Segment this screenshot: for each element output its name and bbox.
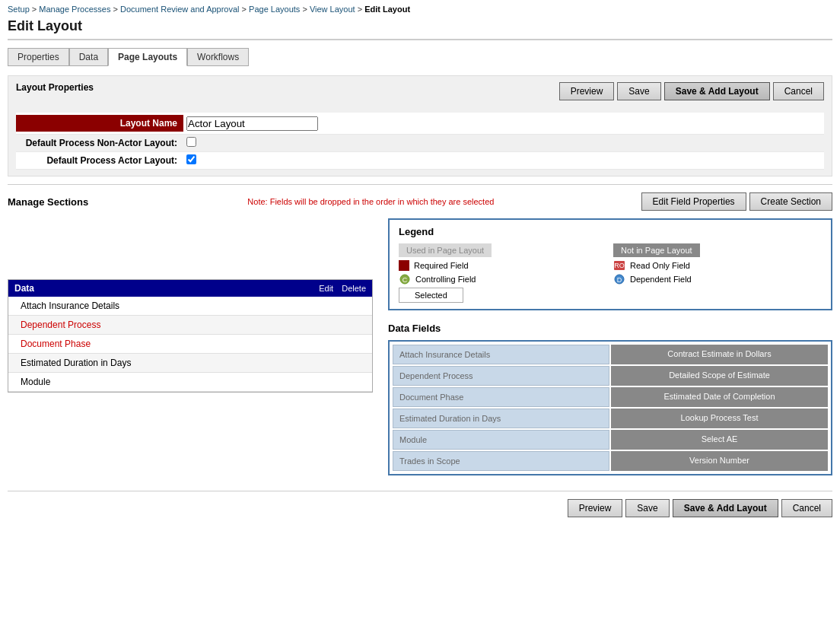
legend-readonly-icon: RO [613,260,625,271]
create-section-button[interactable]: Create Section [749,192,832,211]
legend-grid: Used in Page Layout Not in Page Layout R… [399,243,822,303]
tab-data[interactable]: Data [69,48,108,66]
df-cell-right-5[interactable]: Version Number [611,451,828,471]
bottom-save-add-layout-button[interactable]: Save & Add Layout [673,499,778,517]
legend-readonly-label: Read Only Field [630,261,690,270]
svg-text:C: C [402,276,408,284]
data-fields-box: Attach Insurance Details Contract Estima… [388,340,832,475]
legend-controlling-icon: C [399,274,411,285]
data-section-title: Data [14,283,34,294]
legend-selected-row: Selected [399,288,607,303]
data-section-item-1[interactable]: Attach Insurance Details [8,297,372,316]
layout-properties-title-row: Layout Properties Preview Save Save & Ad… [16,82,824,107]
bottom-toolbar: Preview Save Save & Add Layout Cancel [8,491,832,517]
df-cell-left-1[interactable]: Dependent Process [393,366,609,386]
breadcrumb-manage-processes[interactable]: Manage Processes [39,5,110,14]
layout-name-value [183,116,824,131]
breadcrumb-current: Edit Layout [364,5,410,14]
preview-button[interactable]: Preview [559,82,615,100]
df-cell-left-5[interactable]: Trades in Scope [393,451,609,471]
page-title: Edit Layout [8,18,832,40]
tab-properties[interactable]: Properties [8,48,69,66]
page-container: Setup > Manage Processes > Document Revi… [0,0,840,522]
df-cell-left-3[interactable]: Estimated Duration in Days [393,409,609,428]
layout-name-input[interactable] [186,116,318,131]
data-section-edit-link[interactable]: Edit [319,284,333,293]
data-section-item-3[interactable]: Document Phase [8,335,372,354]
df-cell-right-2[interactable]: Estimated Date of Completion [611,387,828,407]
data-fields-title: Data Fields [388,323,832,334]
df-cell-right-3[interactable]: Lookup Process Test [611,409,828,428]
cancel-button[interactable]: Cancel [773,82,824,100]
legend-required-row: Required Field [399,260,607,271]
manage-sections-buttons: Edit Field Properties Create Section [641,192,832,211]
breadcrumb-setup[interactable]: Setup [8,5,30,14]
data-section-header: Data Edit Delete [8,280,372,297]
tab-bar: Properties Data Page Layouts Workflows [8,48,832,66]
data-section-delete-link[interactable]: Delete [342,284,366,293]
top-toolbar: Preview Save Save & Add Layout Cancel [559,82,824,100]
data-section-item-5[interactable]: Module [8,373,372,392]
tab-workflows[interactable]: Workflows [187,48,249,66]
legend-not-used-row: Not in Page Layout [613,243,822,257]
manage-sections-title: Manage Sections [8,196,88,208]
df-cell-left-2[interactable]: Document Phase [393,387,609,407]
layout-properties-title: Layout Properties [16,82,94,93]
legend-box: Legend Used in Page Layout Not in Page L… [388,218,832,310]
breadcrumb: Setup > Manage Processes > Document Revi… [8,5,832,14]
edit-field-properties-button[interactable]: Edit Field Properties [641,192,746,211]
default-actor-row: Default Process Actor Layout: [16,152,824,170]
legend-not-used-label: Not in Page Layout [613,243,700,257]
legend-controlling-label: Controlling Field [415,275,476,284]
bottom-save-button[interactable]: Save [625,499,669,517]
data-fields-grid: Attach Insurance Details Contract Estima… [393,345,828,471]
left-panel: Data Edit Delete Attach Insurance Detail… [8,218,373,475]
legend-controlling-row: C Controlling Field [399,274,607,285]
legend-readonly-row: RO Read Only Field [613,260,822,271]
breadcrumb-view-layout[interactable]: View Layout [310,5,355,14]
df-cell-right-0[interactable]: Contract Estimate in Dollars [611,345,828,364]
breadcrumb-document-review[interactable]: Document Review and Approval [120,5,240,14]
legend-used-row: Used in Page Layout [399,243,607,257]
layout-name-label: Layout Name [16,115,183,132]
save-button[interactable]: Save [617,82,660,100]
legend-required-icon [399,260,409,271]
default-non-actor-checkbox[interactable] [186,137,196,147]
legend-required-label: Required Field [414,261,469,270]
manage-sections-header: Manage Sections Note: Fields will be dro… [8,192,832,211]
df-cell-left-0[interactable]: Attach Insurance Details [393,345,609,364]
legend-selected-label: Selected [399,288,463,303]
df-cell-right-1[interactable]: Detailed Scope of Estimate [611,366,828,386]
default-actor-label: Default Process Actor Layout: [16,155,183,166]
data-section-header-links: Edit Delete [313,284,366,293]
default-actor-checkbox[interactable] [186,154,196,164]
bottom-cancel-button[interactable]: Cancel [781,499,832,517]
save-add-layout-button[interactable]: Save & Add Layout [664,82,770,100]
bottom-preview-button[interactable]: Preview [568,499,623,517]
section-divider [8,184,832,185]
df-cell-left-4[interactable]: Module [393,430,609,450]
legend-dependent-icon: D [613,274,625,285]
data-section: Data Edit Delete Attach Insurance Detail… [8,279,373,393]
data-section-item-4[interactable]: Estimated Duration in Days [8,354,372,373]
breadcrumb-page-layouts[interactable]: Page Layouts [249,5,300,14]
default-non-actor-row: Default Process Non-Actor Layout: [16,135,824,152]
legend-empty-cell [613,288,822,303]
manage-sections-note: Note: Fields will be dropped in the orde… [100,197,641,206]
df-cell-right-4[interactable]: Select AE [611,430,828,450]
svg-text:D: D [617,276,622,284]
default-non-actor-label: Default Process Non-Actor Layout: [16,138,183,148]
legend-used-label: Used in Page Layout [399,243,492,257]
default-actor-value [183,154,824,167]
legend-dependent-row: D Dependent Field [613,274,822,285]
right-panel: Legend Used in Page Layout Not in Page L… [388,218,832,475]
legend-title: Legend [399,226,822,237]
svg-text:RO: RO [614,262,625,269]
data-section-item-2[interactable]: Dependent Process [8,316,372,335]
tab-page-layouts[interactable]: Page Layouts [108,48,187,66]
content-area: Data Edit Delete Attach Insurance Detail… [8,218,832,475]
legend-dependent-label: Dependent Field [630,275,692,284]
layout-name-row: Layout Name [16,113,824,135]
layout-properties-section: Layout Properties Preview Save Save & Ad… [8,75,832,176]
default-non-actor-value [183,137,824,149]
